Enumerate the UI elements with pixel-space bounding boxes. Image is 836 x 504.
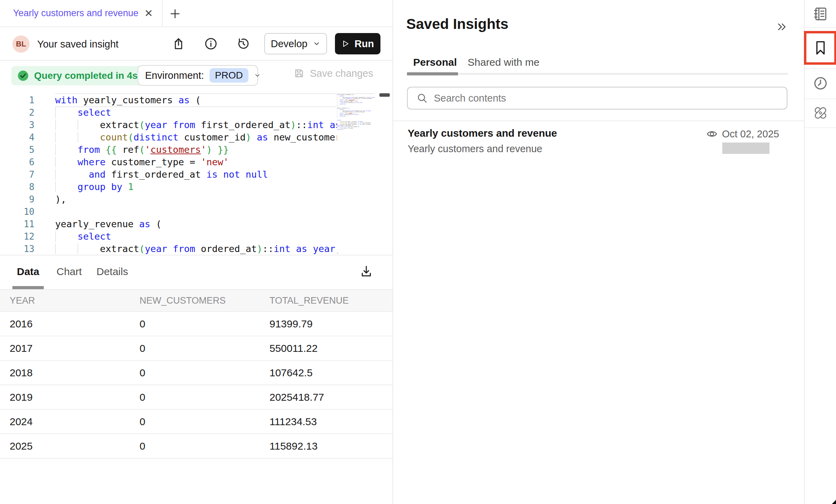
save-icon (293, 67, 305, 79)
search-icon (417, 93, 428, 104)
table-row: 2016091399.79 (0, 312, 392, 336)
list-item-meta: Oct 02, 2025 (706, 128, 779, 140)
tab-underline-track (407, 73, 788, 75)
develop-dropdown[interactable]: Develop (264, 33, 327, 54)
search-input[interactable] (434, 93, 780, 104)
run-label: Run (355, 38, 374, 50)
active-tab-underline (407, 72, 458, 75)
results-table: YEARNEW_CUSTOMERSTOTAL_REVENUE 201609139… (0, 289, 392, 459)
table-cell: 0 (130, 336, 260, 360)
line-number: 9 (0, 193, 34, 206)
close-tab-icon[interactable]: ✕ (144, 7, 153, 19)
share-icon (172, 37, 185, 51)
saved-insights-panel: Saved Insights Personal Shared with me Y… (393, 0, 804, 504)
query-status-text: Query completed in 4s (34, 70, 137, 81)
table-cell: 0 (130, 409, 260, 434)
table-cell: 2025 (0, 434, 130, 458)
table-cell: 550011.22 (260, 336, 392, 360)
run-button[interactable]: Run (335, 33, 380, 54)
table-row: 20250115892.13 (0, 434, 392, 458)
results-panel: Data Chart Details YEARNEW_CUSTOMERSTOTA… (0, 255, 392, 504)
line-number-gutter: 1234567891011121314151617181920212223242… (0, 94, 34, 255)
clock-icon (813, 75, 828, 91)
table-cell: 2017 (0, 336, 130, 360)
code-line: yearly_revenue as ( (55, 218, 375, 230)
table-column-header: TOTAL_REVENUE (260, 290, 392, 312)
code-line: group by 1 (55, 181, 375, 193)
code-line: extract(year from first_ordered_at)::int… (55, 119, 375, 131)
sidebar-item-saved-insights[interactable] (804, 31, 836, 65)
line-number: 5 (0, 144, 34, 156)
chevron-down-icon (254, 72, 261, 79)
mouse-cursor (832, 500, 836, 504)
search-box[interactable] (407, 87, 787, 109)
table-cell: 2025418.77 (260, 385, 392, 409)
tab-details[interactable]: Details (96, 266, 128, 277)
sidebar-item-notebook[interactable] (805, 0, 836, 27)
eye-icon (706, 128, 718, 140)
info-icon (204, 37, 218, 51)
code-line: with yearly_customers as ( (55, 94, 375, 106)
develop-label: Develop (271, 38, 307, 50)
bookmark-icon (812, 39, 829, 56)
avatar: BL (12, 35, 30, 53)
info-button[interactable] (203, 36, 218, 51)
line-number: 8 (0, 181, 34, 193)
line-number: 11 (0, 218, 34, 230)
tab-yearly-customers-and-revenue[interactable]: Yearly customers and revenue ✕ (0, 0, 163, 27)
line-number: 1 (0, 94, 34, 106)
code-line: select (55, 230, 375, 243)
history-button[interactable] (236, 36, 251, 51)
collapse-panel-button[interactable] (774, 19, 789, 34)
sidebar-item-history[interactable] (805, 68, 836, 98)
download-button[interactable] (359, 264, 374, 279)
table-cell: 0 (130, 434, 260, 458)
check-circle-icon (17, 70, 29, 82)
table-cell: 0 (130, 385, 260, 409)
code-editor[interactable]: with yearly_customers as ( select extrac… (55, 94, 375, 255)
environment-value-badge: PROD (210, 68, 248, 83)
editor-minimap[interactable]: with yearly_customers as ( select extrac… (337, 94, 391, 253)
table-cell: 2018 (0, 360, 130, 385)
table-cell: 2019 (0, 385, 130, 409)
panel-title: Saved Insights (406, 16, 508, 32)
tab-personal[interactable]: Personal (413, 56, 457, 68)
line-number: 10 (0, 206, 34, 218)
history-icon (236, 37, 250, 51)
save-changes-button[interactable]: Save changes (293, 67, 373, 79)
sidebar-item-explore[interactable] (805, 98, 836, 127)
list-item[interactable]: Yearly customers and revenue Oct 02, 202… (393, 121, 804, 166)
code-line: select (55, 106, 375, 119)
chevron-down-icon (313, 40, 320, 48)
divider (805, 127, 836, 128)
new-tab-button[interactable] (167, 6, 183, 21)
editor-panel: Yearly customers and revenue ✕ BL Your s… (0, 0, 392, 504)
table-column-header: NEW_CUSTOMERS (130, 290, 260, 312)
share-button[interactable] (171, 36, 186, 51)
environment-selector[interactable]: Environment: PROD (137, 65, 258, 86)
table-column-header: YEAR (0, 290, 130, 312)
tab-title: Yearly customers and revenue (13, 8, 140, 19)
table-cell: 111234.53 (260, 409, 392, 434)
table-cell: 2016 (0, 312, 130, 336)
table-cell: 115892.13 (260, 434, 392, 458)
tab-shared-with-me[interactable]: Shared with me (468, 56, 539, 68)
tab-data[interactable]: Data (17, 266, 39, 277)
table-row: 20170550011.22 (0, 336, 392, 360)
table-cell: 91399.79 (260, 312, 392, 336)
table-cell: 0 (130, 312, 260, 336)
code-line: from {{ ref('customers') }} (55, 144, 375, 156)
table-row: 201902025418.77 (0, 385, 392, 409)
results-tab-bar: Data Chart Details (0, 255, 392, 289)
list-item-title: Yearly customers and revenue (408, 127, 557, 139)
code-line: count(distinct customer_id) as new_custo… (55, 131, 375, 144)
line-number: 2 (0, 106, 34, 119)
right-sidebar (805, 0, 836, 504)
tab-chart[interactable]: Chart (57, 266, 82, 277)
double-chevron-right-icon (776, 21, 788, 33)
line-number: 12 (0, 230, 34, 243)
scrollbar-thumb[interactable] (379, 93, 390, 97)
loading-skeleton (722, 143, 769, 154)
sql-editor[interactable]: 1234567891011121314151617181920212223242… (0, 91, 392, 255)
table-cell: 107642.5 (260, 360, 392, 385)
